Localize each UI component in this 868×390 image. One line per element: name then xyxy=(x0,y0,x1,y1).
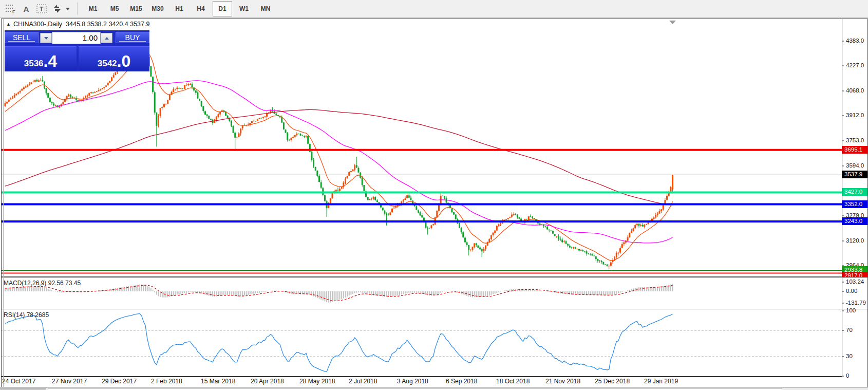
timeframe-group: M1M5M15M30H1H4D1W1MN xyxy=(82,0,276,17)
symbol-period-label: CHINA300-,Daily xyxy=(13,21,62,28)
price-axis-badges: 3695.13537.93427.03352.03243.02933.82917… xyxy=(842,20,867,277)
timeframe-button-M30[interactable]: M30 xyxy=(148,1,167,16)
sell-button[interactable]: SELL xyxy=(5,32,39,43)
chart-window: ▲CHINA300-,Daily 3445.8 3538.2 3420.4 35… xyxy=(1,18,868,387)
volume-input[interactable]: 1.00 xyxy=(52,32,101,44)
rsi-line xyxy=(5,313,672,372)
buy-price-main: 3542 xyxy=(98,59,117,69)
timeframe-button-M5[interactable]: M5 xyxy=(105,1,124,16)
ohlc-open: 3445.8 xyxy=(66,21,85,28)
text-glyph: T xyxy=(40,6,44,13)
timeframe-button-M15[interactable]: M15 xyxy=(126,1,146,16)
moving-average-medium xyxy=(5,81,672,243)
date-axis-label: 6 Sep 2018 xyxy=(446,378,477,385)
buy-button[interactable]: BUY xyxy=(116,32,149,43)
bottom-tab-strip xyxy=(0,387,868,390)
one-click-trade-panel: SELL 1.00 BUY 3536.4 3542.0 xyxy=(5,30,149,71)
toolbar-separator xyxy=(77,3,78,15)
main-price-panel xyxy=(2,38,842,273)
rsi-axis-tick: 70 xyxy=(846,327,853,333)
moving-average-fast xyxy=(5,51,672,261)
date-axis-label: 18 Oct 2018 xyxy=(496,378,530,385)
arrows-dropdown-icon[interactable] xyxy=(66,8,70,10)
timeframe-button-W1[interactable]: W1 xyxy=(234,1,254,16)
buy-price-display[interactable]: 3542.0 xyxy=(79,46,149,71)
price-line-badge-3352.0: 3352.0 xyxy=(842,200,867,208)
sell-price-pips: .4 xyxy=(44,53,58,69)
window-inner-edge xyxy=(3,19,4,387)
date-axis-label: 29 Dec 2017 xyxy=(102,378,137,385)
tab-strip-stub xyxy=(0,388,46,389)
drawing-tools-group: F A T xyxy=(3,2,70,15)
price-line-badge-2917.0: 2917.0 xyxy=(842,272,867,277)
timeframe-button-D1[interactable]: D1 xyxy=(213,1,232,16)
date-axis-label: 21 Nov 2018 xyxy=(545,378,580,385)
ohlc-close: 3537.9 xyxy=(130,21,149,28)
chart-tab-sliver[interactable] xyxy=(48,388,782,390)
macd-label: MACD(12,26,9) 92.56 73.45 xyxy=(4,280,81,287)
price-chart-canvas[interactable] xyxy=(2,19,867,387)
date-axis-label: 20 Apr 2018 xyxy=(251,378,284,385)
quote-expand-icon[interactable]: ▲ xyxy=(6,22,11,27)
price-line-badge-3243.0: 3243.0 xyxy=(842,217,867,225)
price-line-badge-3427.0: 3427.0 xyxy=(842,188,867,196)
macd-main-value: 92.56 xyxy=(48,280,64,287)
arrow-down-icon xyxy=(44,37,48,40)
price-line-badge-3537.9: 3537.9 xyxy=(842,171,867,178)
sell-price-display[interactable]: 3536.4 xyxy=(5,46,77,71)
candlestick-series xyxy=(5,38,673,269)
date-axis-label: 28 May 2018 xyxy=(299,378,335,385)
text-box-icon[interactable]: T xyxy=(34,2,49,15)
rsi-axis-tick: 100 xyxy=(846,307,856,313)
rsi-panel xyxy=(2,313,842,372)
timeframe-button-MN[interactable]: MN xyxy=(256,1,275,16)
macd-axis-tick: 103.24 xyxy=(846,278,864,285)
timeframe-button-H1[interactable]: H1 xyxy=(169,1,189,16)
text-label-icon[interactable]: A xyxy=(18,2,34,15)
date-axis-label: 2 Feb 2018 xyxy=(151,378,182,385)
rsi-axis-tick: 0 xyxy=(846,373,849,379)
sell-price-main: 3536 xyxy=(24,59,44,69)
moving-average-slow xyxy=(5,109,672,205)
chart-title: ▲CHINA300-,Daily 3445.8 3538.2 3420.4 35… xyxy=(6,21,149,28)
date-axis-label: 25 Dec 2018 xyxy=(595,378,630,385)
date-axis[interactable]: 24 Oct 201727 Nov 201729 Dec 20172 Feb 2… xyxy=(2,378,842,387)
date-axis-label: 29 Jan 2019 xyxy=(644,378,678,385)
macd-signal-value: 73.45 xyxy=(65,280,81,287)
arrow-up-icon xyxy=(105,37,109,40)
fibonacci-grid-icon[interactable]: F xyxy=(3,2,18,15)
arrows-tool-icon[interactable] xyxy=(49,2,65,15)
macd-axis-tick: 0.00 xyxy=(846,288,857,294)
chart-shift-marker-icon[interactable] xyxy=(669,21,676,24)
timeframe-button-H4[interactable]: H4 xyxy=(191,1,211,16)
ohlc-low: 3420.4 xyxy=(108,21,128,28)
date-axis-label: 15 Mar 2018 xyxy=(201,378,235,385)
date-axis-label: 24 Oct 2017 xyxy=(2,378,35,385)
price-line-badge-3695.1: 3695.1 xyxy=(842,146,867,154)
rsi-value: 78.2685 xyxy=(27,311,49,319)
date-axis-label: 27 Nov 2017 xyxy=(52,378,87,385)
macd-axis-tick: -131.79 xyxy=(846,300,866,306)
volume-decrease-button[interactable] xyxy=(40,33,52,43)
volume-increase-button[interactable] xyxy=(101,33,112,43)
date-axis-label: 3 Aug 2018 xyxy=(397,378,428,385)
macd-panel xyxy=(5,284,672,303)
rsi-label: RSI(14) 78.2685 xyxy=(4,311,49,319)
timeframe-button-M1[interactable]: M1 xyxy=(83,1,103,16)
toolbar: F A T M1M5M15M30H1H4D1W1MN xyxy=(0,0,868,18)
date-axis-label: 2 Jul 2018 xyxy=(349,378,377,385)
ohlc-high: 3538.2 xyxy=(87,21,107,28)
buy-price-pips: .0 xyxy=(117,53,131,69)
rsi-axis-tick: 30 xyxy=(846,353,853,359)
macd-signal-line xyxy=(5,285,672,301)
fibo-glyph: F xyxy=(12,9,15,14)
